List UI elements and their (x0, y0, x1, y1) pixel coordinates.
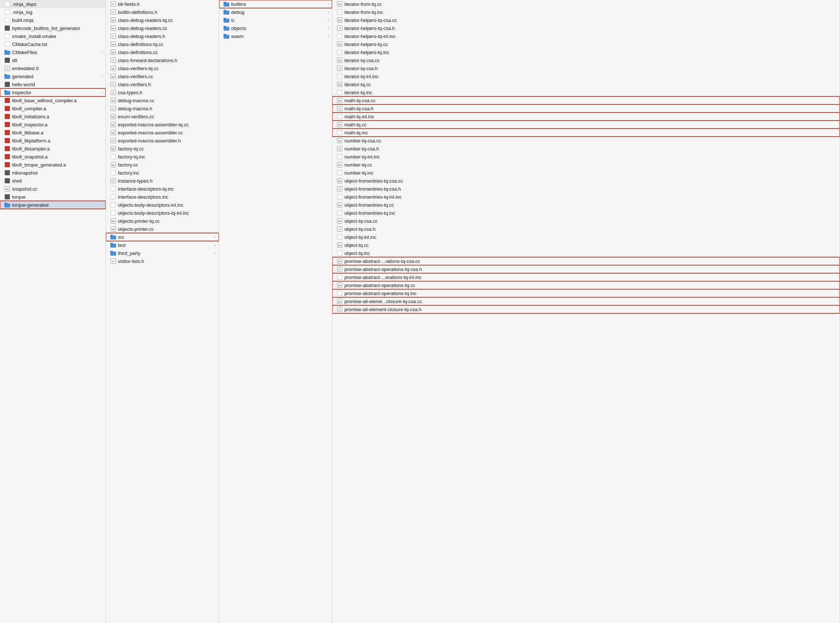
list-item[interactable]: libv8_compiler.a (0, 104, 106, 112)
list-item[interactable]: ccobject-fromentries-tq.cc (332, 201, 840, 209)
list-item[interactable]: builtins› (219, 0, 332, 8)
list-item[interactable]: object-fromentries-tq-inl.inc (332, 193, 840, 201)
list-item[interactable]: hinstance-types.h (106, 177, 219, 185)
list-item[interactable]: ccfactory-tq.cc (106, 144, 219, 153)
list-item[interactable]: objects› (219, 24, 332, 32)
list-item[interactable]: cciterator-from-tq.cc (332, 0, 840, 8)
list-item[interactable]: CMakeFiles› (0, 48, 106, 56)
list-item[interactable]: hnumber-tq-csa.h (332, 144, 840, 153)
list-item[interactable]: hello-world (0, 80, 106, 88)
list-item[interactable]: third_party› (106, 249, 219, 257)
list-item[interactable]: hobject-fromentries-tq-csa.h (332, 185, 840, 193)
list-item[interactable]: number-tq.inc (332, 169, 840, 177)
list-item[interactable]: hdebug-macros.h (106, 104, 219, 112)
list-item[interactable]: ccfactory.cc (106, 161, 219, 169)
list-item[interactable]: libv8_torque_generated.a (0, 161, 106, 169)
list-item[interactable]: bytecode_builtins_list_generator (0, 24, 106, 32)
list-item[interactable]: hobject-tq-csa.h (332, 225, 840, 233)
list-item[interactable]: hpromise-abstract-operations-tq-csa.h (332, 265, 840, 273)
list-item[interactable]: cciterator-helpers-tq.cc (332, 40, 840, 48)
list-item[interactable]: ccpromise-abstract-...rations-tq-csa.cc (332, 257, 840, 265)
list-item[interactable]: cciterator-helpers-tq-csa.cc (332, 16, 840, 24)
pane-2[interactable]: hbit-fields.hhbuiltin-definitions.hcccla… (106, 0, 219, 623)
list-item[interactable]: ccobjects-printer.cc (106, 225, 219, 233)
list-item[interactable]: iterator-tq.inc (332, 88, 840, 97)
list-item[interactable]: hbit-fields.h (106, 0, 219, 8)
list-item[interactable]: promise-abstract-...erations-tq-inl.inc (332, 273, 840, 281)
list-item[interactable]: d8 (0, 56, 106, 64)
pane-1[interactable]: .ninja_deps.ninja_logbuild.ninjabytecode… (0, 0, 106, 623)
list-item[interactable]: objects-body-descriptors-tq-inl.inc (106, 209, 219, 217)
list-item[interactable]: debug› (219, 8, 332, 16)
list-item[interactable]: ccsnapshot.cc (0, 185, 106, 193)
list-item[interactable]: ccclass-verifiers.cc (106, 72, 219, 80)
pane-4[interactable]: cciterator-from-tq.cciterator-from-tq.in… (332, 0, 840, 623)
list-item[interactable]: ic› (219, 16, 332, 24)
list-item[interactable]: ccpromise-all-eleme...closure-tq-csa.cc (332, 297, 840, 305)
list-item[interactable]: hmath-tq-csa.h (332, 104, 840, 112)
list-item[interactable]: hiterator-tq-csa.h (332, 64, 840, 72)
list-item[interactable]: cciterator-tq-csa.cc (332, 56, 840, 64)
list-item[interactable]: hcsa-types.h (106, 88, 219, 97)
list-item[interactable]: ccexported-macros-assembler.cc (106, 129, 219, 137)
list-item[interactable]: iterator-helpers-tq.inc (332, 48, 840, 56)
list-item[interactable]: ccobject-tq.cc (332, 241, 840, 249)
list-item[interactable]: ccobjects-printer-tq.cc (106, 217, 219, 225)
list-item[interactable]: ccpromise-abstract-operations-tq.cc (332, 281, 840, 289)
list-item[interactable]: libv8_libsampler.a (0, 144, 106, 153)
list-item[interactable]: test› (106, 241, 219, 249)
pane-3[interactable]: builtins›debug›ic›objects›wasm› (219, 0, 332, 623)
list-item[interactable]: ccclass-definitions-tq.cc (106, 40, 219, 48)
list-item[interactable]: build.ninja (0, 16, 106, 24)
list-item[interactable]: hvisitor-lists.h (106, 257, 219, 265)
list-item[interactable]: ccclass-debug-readers-tq.cc (106, 16, 219, 24)
list-item[interactable]: libv8_initializers.a (0, 112, 106, 121)
list-item[interactable]: objects-body-descriptors-inl.inc (106, 201, 219, 209)
list-item[interactable]: iterator-from-tq.inc (332, 8, 840, 16)
list-item[interactable]: ccclass-debug-readers.cc (106, 24, 219, 32)
list-item[interactable]: libv8_snapshot.a (0, 153, 106, 161)
list-item[interactable]: promise-abstract-operations-tq.inc (332, 289, 840, 297)
list-item[interactable]: hiterator-helpers-tq-csa.h (332, 24, 840, 32)
list-item[interactable]: hclass-forward-declarations.h (106, 56, 219, 64)
list-item[interactable]: iterator-helpers-tq-inl.inc (332, 32, 840, 40)
list-item[interactable]: object-tq-inl.inc (332, 233, 840, 241)
list-item[interactable]: .ninja_log (0, 8, 106, 16)
list-item[interactable]: hclass-verifiers.h (106, 80, 219, 88)
list-item[interactable]: ccmath-tq-csa.cc (332, 97, 840, 104)
list-item[interactable]: hexported-macros-assembler.h (106, 137, 219, 144)
list-item[interactable]: Sembedded.S (0, 64, 106, 72)
list-item[interactable]: hpromise-all-element-closure-tq-csa.h (332, 305, 840, 313)
list-item[interactable]: src› (106, 233, 219, 241)
list-item[interactable]: mksnapshot (0, 169, 106, 177)
list-item[interactable]: libv8_libplatform.a (0, 137, 106, 144)
list-item[interactable]: ccexported-macros-assembler-tq.cc (106, 121, 219, 129)
list-item[interactable]: cciterator-tq.cc (332, 80, 840, 88)
list-item[interactable]: math-tq.inc (332, 129, 840, 137)
list-item[interactable]: object-tq.inc (332, 249, 840, 257)
list-item[interactable]: factory-tq.inc (106, 153, 219, 161)
list-item[interactable]: wasm› (219, 32, 332, 40)
list-item[interactable]: libv8_inspector.a (0, 121, 106, 129)
list-item[interactable]: ccmath-tq.cc (332, 121, 840, 129)
list-item[interactable]: interface-descriptors.inc (106, 193, 219, 201)
list-item[interactable]: ccobject-tq-csa.cc (332, 217, 840, 225)
list-item[interactable]: number-tq-inl.inc (332, 153, 840, 161)
list-item[interactable]: .ninja_deps (0, 0, 106, 8)
list-item[interactable]: iterator-tq-inl.inc (332, 72, 840, 80)
list-item[interactable]: torque-generated› (0, 201, 106, 209)
list-item[interactable]: ccclass-verifiers-tq.cc (106, 64, 219, 72)
list-item[interactable]: ccnumber-tq-csa.cc (332, 137, 840, 144)
list-item[interactable]: math-tq-inl.inc (332, 112, 840, 121)
list-item[interactable]: libv8_libbase.a (0, 129, 106, 137)
list-item[interactable]: ccclass-definitions.cc (106, 48, 219, 56)
list-item[interactable]: interface-descriptors-tq.inc (106, 185, 219, 193)
list-item[interactable]: ccobject-fromentries-tq-csa.cc (332, 177, 840, 185)
list-item[interactable]: generated› (0, 72, 106, 80)
list-item[interactable]: factory.inc (106, 169, 219, 177)
list-item[interactable]: hbuiltin-definitions.h (106, 8, 219, 16)
list-item[interactable]: object-fromentries-tq.inc (332, 209, 840, 217)
list-item[interactable]: shell (0, 177, 106, 185)
list-item[interactable]: libv8_base_without_compiler.a (0, 97, 106, 104)
list-item[interactable]: torque (0, 193, 106, 201)
